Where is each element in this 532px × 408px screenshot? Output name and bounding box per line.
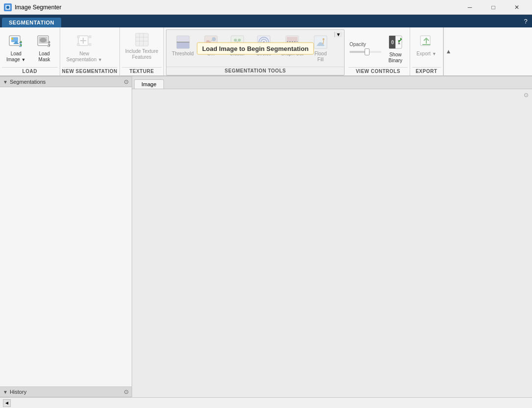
load-group-content: LoadImage ▼ Load Mask <box>2 29 58 67</box>
export-label: Export ▼ <box>416 51 437 57</box>
cluster-button[interactable]: Cluster <box>225 32 250 59</box>
include-texture-icon <box>134 32 150 48</box>
new-segmentation-icon <box>75 32 93 49</box>
load-image-icon <box>7 32 25 49</box>
export-button[interactable]: Export ▼ <box>412 29 441 59</box>
svg-point-39 <box>236 41 238 43</box>
segmentations-content <box>0 87 132 386</box>
svg-rect-17 <box>77 44 79 46</box>
seg-tools-group: Load Image to Begin Segmentation Thresho… <box>166 29 345 75</box>
graph-cut-label: Graph Cut <box>281 51 303 57</box>
circles-label: Circles <box>256 51 272 57</box>
ribbon-group-export: Export ▼ EXPORT <box>410 27 443 75</box>
left-panel: ▼ Segmentations ⊙ ▼ History ⊙ <box>0 76 132 397</box>
close-button[interactable]: ✕ <box>506 0 528 15</box>
seg-tools-arrow[interactable]: ▼ <box>334 32 342 37</box>
image-tab[interactable]: Image <box>134 79 164 89</box>
svg-point-49 <box>323 38 324 40</box>
flood-fill-icon <box>313 34 328 50</box>
svg-rect-45 <box>287 37 298 42</box>
texture-group-content: Include TextureFeatures <box>122 29 162 67</box>
scroll-left-button[interactable]: ◄ <box>3 399 11 407</box>
svg-point-35 <box>234 39 237 42</box>
cluster-icon <box>230 34 245 50</box>
show-binary-button[interactable]: 0 1 Show Binary <box>384 32 407 66</box>
maximize-button[interactable]: □ <box>482 0 505 15</box>
new-seg-group-label: NEW SEGMENTATION <box>62 67 117 75</box>
export-group-label: EXPORT <box>412 67 441 75</box>
tab-segmentation[interactable]: SEGMENTATION <box>2 18 61 27</box>
graph-cut-cluster-label: G... <box>207 51 215 57</box>
title-bar-left: Image Segmenter <box>4 3 61 11</box>
graph-cut-cluster-button[interactable]: G... <box>198 32 224 59</box>
history-title: History <box>10 389 26 395</box>
threshold-label: Threshold <box>172 51 193 57</box>
history-options-icon[interactable]: ⊙ <box>124 388 129 395</box>
svg-rect-18 <box>89 36 91 38</box>
graph-cut-cluster-icon <box>203 34 219 50</box>
opacity-label: Opacity <box>349 42 366 47</box>
opacity-handle[interactable] <box>365 48 370 55</box>
svg-point-36 <box>238 39 241 42</box>
load-group-label: LOAD <box>2 67 58 75</box>
app-title: Image Segmenter <box>15 4 61 11</box>
help-button[interactable]: ? <box>519 15 532 27</box>
svg-point-43 <box>263 41 265 43</box>
right-panel: Image ⊙ <box>132 76 532 397</box>
flood-fill-button[interactable]: FloodFill <box>308 32 333 65</box>
flood-fill-label: FloodFill <box>314 51 326 63</box>
circles-icon <box>256 34 272 50</box>
segmentations-title: Segmentations <box>10 79 46 85</box>
svg-point-10 <box>40 38 46 43</box>
circles-button[interactable]: Circles <box>251 32 277 59</box>
history-section: ▼ History ⊙ <box>0 386 132 397</box>
app-icon <box>4 3 12 11</box>
load-image-button[interactable]: LoadImage ▼ <box>2 29 30 65</box>
load-mask-icon <box>36 32 53 49</box>
segmentations-options-icon[interactable]: ⊙ <box>124 78 129 85</box>
load-mask-button[interactable]: Load Mask <box>31 29 58 65</box>
image-canvas: ⊙ <box>132 89 532 397</box>
main-layout: ▼ Segmentations ⊙ ▼ History ⊙ Image ⊙ <box>0 76 532 397</box>
new-segmentation-button[interactable]: NewSegmentation ▼ <box>62 29 107 65</box>
segmentations-header[interactable]: ▼ Segmentations ⊙ <box>0 76 132 87</box>
ribbon-tab-bar: SEGMENTATION ? <box>0 15 532 27</box>
canvas-options-icon[interactable]: ⊙ <box>522 91 530 99</box>
svg-point-31 <box>212 43 216 47</box>
ribbon-group-load: LoadImage ▼ Load Mask LOAD <box>0 27 60 75</box>
svg-point-29 <box>206 40 210 44</box>
seg-tools-content: Load Image to Begin Segmentation Thresho… <box>166 30 344 67</box>
status-bar: ◄ <box>0 397 532 408</box>
ribbon-group-view-controls: Opacity 0 1 Sho <box>347 27 410 75</box>
view-controls-group-label: VIEW CONTROLS <box>348 67 408 75</box>
export-group-content: Export ▼ <box>412 29 441 67</box>
svg-point-5 <box>11 38 13 40</box>
cluster-label: Cluster <box>230 51 245 57</box>
history-header[interactable]: ▼ History ⊙ <box>0 386 132 397</box>
svg-rect-19 <box>89 44 91 46</box>
show-binary-icon: 0 1 <box>388 34 403 51</box>
threshold-icon <box>175 34 191 50</box>
threshold-button[interactable]: Threshold <box>168 32 197 59</box>
new-seg-group-content: NewSegmentation ▼ <box>62 29 117 67</box>
svg-rect-26 <box>177 42 189 48</box>
svg-point-37 <box>234 43 237 46</box>
svg-point-38 <box>238 43 241 46</box>
svg-text:0: 0 <box>391 40 394 45</box>
history-chevron: ▼ <box>3 389 8 395</box>
graph-cut-icon <box>284 34 300 50</box>
load-mask-label: Load Mask <box>39 51 50 63</box>
image-tab-bar: Image <box>132 76 532 89</box>
new-segmentation-label: NewSegmentation ▼ <box>67 51 102 63</box>
window-controls: ─ □ ✕ <box>459 0 528 15</box>
export-icon <box>417 32 435 49</box>
graph-cut-button[interactable]: Graph Cut <box>278 32 307 59</box>
show-binary-label: Show Binary <box>389 52 402 64</box>
ribbon-group-texture: Include TextureFeatures TEXTURE <box>120 27 164 75</box>
ribbon-collapse-button[interactable]: ▲ <box>443 27 454 75</box>
include-texture-label: Include TextureFeatures <box>125 48 159 60</box>
opacity-slider-container[interactable] <box>349 48 381 56</box>
include-texture-button[interactable]: Include TextureFeatures <box>122 29 162 63</box>
minimize-button[interactable]: ─ <box>459 0 481 15</box>
ribbon: LoadImage ▼ Load Mask LOAD <box>0 27 532 76</box>
